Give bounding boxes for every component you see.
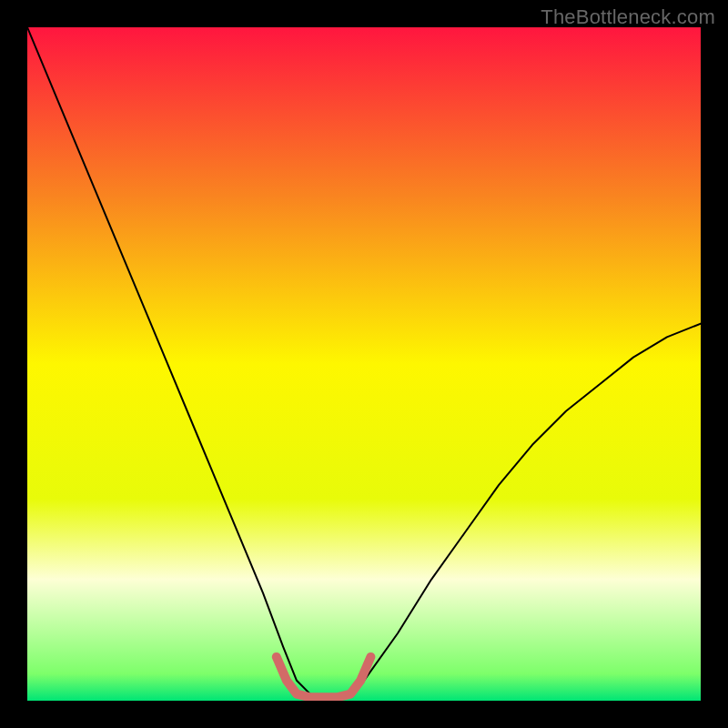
chart-frame: TheBottleneck.com — [0, 0, 728, 728]
watermark-text: TheBottleneck.com — [541, 5, 715, 29]
bottleneck-chart — [27, 27, 701, 701]
plot-background — [27, 27, 701, 701]
